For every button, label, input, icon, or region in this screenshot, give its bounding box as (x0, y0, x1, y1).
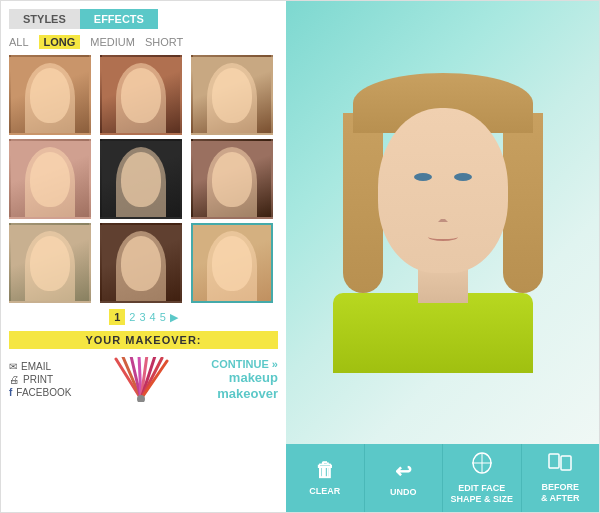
style-filters: ALL LONG MEDIUM SHORT (9, 35, 278, 49)
hair-style-item[interactable] (9, 139, 91, 219)
email-icon: ✉ (9, 361, 17, 372)
hair-style-item[interactable] (100, 55, 182, 135)
page-3[interactable]: 3 (139, 311, 145, 323)
tab-styles[interactable]: STYLES (9, 9, 80, 29)
trash-icon: 🗑 (315, 459, 335, 482)
page-4[interactable]: 4 (150, 311, 156, 323)
pagination: 1 2 3 4 5 ▶ (9, 309, 278, 325)
facebook-link[interactable]: f FACEBOOK (9, 387, 71, 398)
social-links: ✉ EMAIL 🖨 PRINT f FACEBOOK (9, 361, 71, 398)
photo-area (286, 1, 599, 444)
hair-style-item[interactable] (9, 223, 91, 303)
face (378, 108, 508, 273)
hair-style-item[interactable] (100, 139, 182, 219)
email-link[interactable]: ✉ EMAIL (9, 361, 71, 372)
clear-button[interactable]: 🗑 CLEAR (286, 444, 365, 512)
hair-left (343, 113, 383, 293)
lipstick-fan (114, 357, 169, 402)
tab-effects[interactable]: EFFECTS (80, 9, 158, 29)
page-5[interactable]: 5 (160, 311, 166, 323)
edit-face-label: EDIT FACESHAPE & SIZE (450, 483, 513, 505)
svg-rect-13 (561, 456, 571, 470)
filter-medium[interactable]: MEDIUM (90, 36, 135, 48)
makeover-banner: YOUR MAKEOVER: (9, 331, 278, 349)
undo-button[interactable]: ↩ UNDO (365, 444, 444, 512)
left-eye (414, 173, 432, 181)
hair-style-item[interactable] (100, 223, 182, 303)
right-eye (454, 173, 472, 181)
svg-rect-12 (549, 454, 559, 468)
eyes (378, 173, 508, 181)
bottom-toolbar: 🗑 CLEAR ↩ UNDO EDIT FACESHAPE & SIZE (286, 444, 599, 512)
shoulders (333, 293, 533, 373)
edit-face-button[interactable]: EDIT FACESHAPE & SIZE (443, 444, 522, 512)
right-panel: 🗑 CLEAR ↩ UNDO EDIT FACESHAPE & SIZE (286, 1, 599, 512)
facebook-icon: f (9, 387, 12, 398)
hair-style-item[interactable] (191, 55, 273, 135)
print-icon: 🖨 (9, 374, 19, 385)
clear-label: CLEAR (309, 486, 340, 497)
nose (438, 208, 448, 222)
left-panel: STYLES EFFECTS ALL LONG MEDIUM SHORT (1, 1, 286, 512)
person-photo (333, 53, 553, 393)
continue-subtitle: makeup makeover (211, 370, 278, 401)
continue-label[interactable]: CONTINUE » (211, 358, 278, 370)
hair-style-item[interactable] (191, 223, 273, 303)
before-after-button[interactable]: BEFORE& AFTER (522, 444, 600, 512)
undo-label: UNDO (390, 487, 417, 498)
before-after-label: BEFORE& AFTER (541, 482, 580, 504)
hair-style-item[interactable] (191, 139, 273, 219)
filter-long[interactable]: LONG (39, 35, 81, 49)
before-after-icon (548, 453, 572, 478)
undo-icon: ↩ (395, 459, 412, 483)
mouth (428, 233, 458, 241)
social-row: ✉ EMAIL 🖨 PRINT f FACEBOOK (9, 357, 278, 402)
page-next-arrow[interactable]: ▶ (170, 311, 178, 324)
hair-style-item[interactable] (9, 55, 91, 135)
face-shape-icon (471, 452, 493, 479)
tab-bar: STYLES EFFECTS (9, 9, 278, 29)
print-link[interactable]: 🖨 PRINT (9, 374, 71, 385)
continue-box[interactable]: CONTINUE » makeup makeover (211, 358, 278, 401)
page-1[interactable]: 1 (109, 309, 125, 325)
hair-right (503, 113, 543, 293)
page-2[interactable]: 2 (129, 311, 135, 323)
filter-all[interactable]: ALL (9, 36, 29, 48)
hair-style-grid (9, 55, 278, 303)
filter-short[interactable]: SHORT (145, 36, 183, 48)
app-container: STYLES EFFECTS ALL LONG MEDIUM SHORT (0, 0, 600, 513)
